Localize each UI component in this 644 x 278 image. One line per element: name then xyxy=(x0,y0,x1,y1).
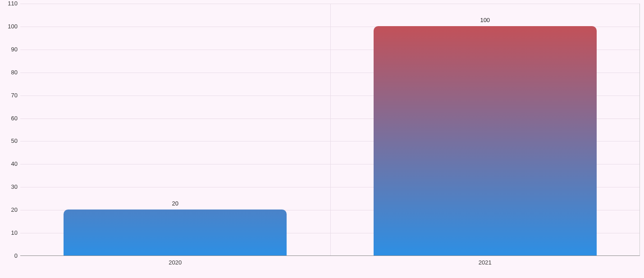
y-tick-label: 0 xyxy=(2,253,18,259)
y-tick-label: 70 xyxy=(2,92,18,99)
bar-value-label: 20 xyxy=(172,200,178,207)
y-tick-label: 10 xyxy=(2,230,18,236)
bar-value-label: 100 xyxy=(480,17,490,23)
y-tick-label: 100 xyxy=(2,23,18,30)
y-tick-label: 60 xyxy=(2,115,18,122)
y-tick-label: 80 xyxy=(2,69,18,76)
x-tick-label: 2020 xyxy=(169,259,182,266)
y-tick-label: 30 xyxy=(2,184,18,190)
y-tick-label: 110 xyxy=(2,0,18,7)
category-separator xyxy=(330,4,331,255)
bar-2020[interactable] xyxy=(64,210,287,255)
y-tick-label: 90 xyxy=(2,46,18,53)
y-tick-label: 50 xyxy=(2,138,18,144)
bar-chart: 01020304050607080901001102020201002021 xyxy=(0,0,644,278)
bar-2021[interactable] xyxy=(374,26,597,255)
x-tick-label: 2021 xyxy=(479,259,492,266)
y-tick-label: 40 xyxy=(2,161,18,167)
y-tick-label: 20 xyxy=(2,207,18,213)
plot-area xyxy=(20,4,640,256)
